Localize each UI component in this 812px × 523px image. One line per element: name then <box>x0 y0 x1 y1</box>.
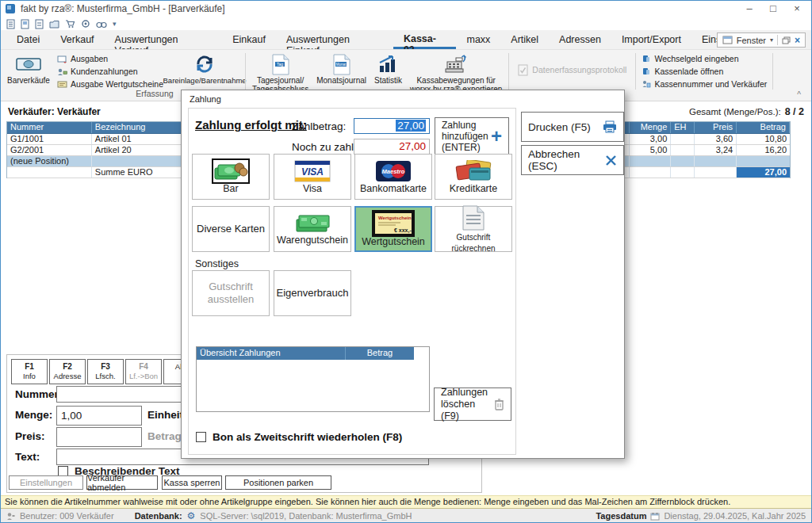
erfassung-stack: Ausgaben Kundenzahlungen Ausgabe Wertgut… <box>54 52 167 91</box>
column-header-nummer[interactable]: Nummer <box>7 122 92 133</box>
cell-betrag: 16,20 <box>737 145 790 155</box>
ausgaben-button[interactable]: Ausgaben <box>57 53 163 64</box>
column-header-menge[interactable]: Menge <box>630 122 671 133</box>
pay-bankomatkarte-button[interactable]: Maestro Bankomatkarte <box>354 154 432 200</box>
fkey-f1-info[interactable]: F1Info <box>11 359 48 384</box>
voucher-icon <box>57 80 67 89</box>
tagesjournal-button[interactable]: Tag Tagesjournal/ Tagesabschluss <box>248 52 312 94</box>
gear-icon: ⚙ <box>187 510 196 521</box>
zahlbetrag-value: 27,00 <box>396 120 426 132</box>
money-out-icon <box>57 55 67 63</box>
positionen-parken-button[interactable]: Positionen parken <box>225 475 331 490</box>
barverkaeufe-button[interactable]: Barverkäufe <box>3 52 54 86</box>
qat-dropdown-icon[interactable]: ▾ <box>113 20 117 28</box>
fenster-button[interactable]: Fenster ▾ × <box>717 32 806 48</box>
cell-preis <box>695 156 737 166</box>
binoculars-icon[interactable] <box>96 20 107 29</box>
fkey-key: F1 <box>12 362 47 372</box>
cancel-x-icon <box>605 155 617 166</box>
pay-kreditkarte-button[interactable]: Kreditkarte <box>435 154 512 200</box>
ausgabe-wertgutscheine-button[interactable]: Ausgabe Wertgutscheine <box>57 78 163 90</box>
kassenlade-button[interactable]: Kassenlade öffnen <box>642 66 767 77</box>
gutschrift-ausstellen-button[interactable]: Gutschrift ausstellen <box>192 270 270 316</box>
overview-column-zahlungen[interactable]: Übersicht Zahlungen <box>197 347 346 360</box>
abbrechen-label: Abbrechen (ESC) <box>528 148 605 172</box>
pay-wertgutschein-button[interactable]: Wertgutschein€ xxx,- Wertgutschein <box>354 206 432 252</box>
zahlung-hinzufuegen-button[interactable]: Zahlung hinzufügen (ENTER) + <box>435 117 509 155</box>
eigenverbrauch-button[interactable]: Eigenverbrauch <box>274 270 351 316</box>
pay-warengutschein-button[interactable]: Warengutschein <box>274 206 351 252</box>
pay-bar-button[interactable]: Bar <box>192 154 270 200</box>
ribbon-collapse-icon[interactable]: ^ <box>797 90 801 99</box>
document-icon[interactable] <box>6 19 15 29</box>
restore-window-icon[interactable] <box>782 36 791 44</box>
noch-zu-zahlen-input[interactable]: 27,00 <box>354 139 430 155</box>
pay-diverse-karten-button[interactable]: Diverse Karten <box>192 206 270 252</box>
maximize-button[interactable]: □ <box>761 0 785 17</box>
wechselgeld-button[interactable]: Wechselgeld eingeben <box>642 53 767 64</box>
einstellungen-button[interactable]: Einstellungen <box>9 475 83 490</box>
cell-eh <box>671 145 695 155</box>
menu-item-kassa-02[interactable]: Kassa-02 <box>393 30 457 49</box>
folder-icon[interactable] <box>49 20 59 29</box>
menu-item-import-export[interactable]: Import/Export <box>611 30 691 49</box>
menge-input[interactable]: 1,00 <box>56 406 142 426</box>
zahlung-hinzufuegen-label: Zahlung hinzufügen (ENTER) <box>442 120 491 153</box>
kassa-sperren-button[interactable]: Kassa sperren <box>162 475 222 490</box>
zahlbetrag-input[interactable]: 27,00 <box>354 118 430 134</box>
fkey-f4-lf-bon[interactable]: F4Lf.->Bon <box>125 359 162 384</box>
monatsjournal-button[interactable]: Monat Monatsjournal <box>312 52 370 86</box>
status-user: Benutzer: 009 Verkäufer <box>20 511 114 521</box>
banknote-icon <box>16 52 41 76</box>
menu-item-verkauf[interactable]: Verkauf <box>50 30 104 49</box>
cell-eh <box>671 134 695 144</box>
close-button[interactable]: × <box>785 0 809 17</box>
minimize-button[interactable]: – <box>737 0 761 17</box>
menu-item-auswertungen-einkauf[interactable]: Auswertungen Einkauf <box>276 30 393 49</box>
kundenzahlungen-label: Kundenzahlungen <box>71 67 138 76</box>
monatsjournal-label: Monatsjournal <box>316 76 366 85</box>
fkey-key: F3 <box>88 362 123 372</box>
drucken-button[interactable]: Drucken (F5) <box>521 112 624 142</box>
svg-text:VISA: VISA <box>301 166 324 177</box>
fkey-f2-adresse[interactable]: F2Adresse <box>49 359 86 384</box>
fkey-f3-lfsch[interactable]: F3Lfsch. <box>87 359 124 384</box>
customer-payment-icon <box>57 67 67 76</box>
close-window-icon[interactable]: × <box>795 35 800 46</box>
menu-item-maxx[interactable]: maxx <box>456 30 500 49</box>
window-title: fakt by rza®: Musterfirma_GmbH - [Barver… <box>21 3 225 14</box>
overview-column-betrag[interactable]: Betrag <box>346 347 414 360</box>
column-header-preis[interactable]: Preis <box>695 122 737 133</box>
cell-preis: 3,24 <box>695 145 737 155</box>
menu-item-adressen[interactable]: Adressen <box>549 30 611 49</box>
credit-cards-icon <box>455 160 492 182</box>
zahlungen-loeschen-button[interactable]: Zahlungen löschen (F9) <box>434 387 511 421</box>
bareinlage-button[interactable]: Bareinlage/Barentnahme <box>167 52 243 86</box>
menu-item-datei[interactable]: Datei <box>6 30 50 49</box>
column-header-betrag[interactable]: Betrag <box>737 122 790 133</box>
preis-input[interactable] <box>56 427 142 447</box>
datenerfassungsprotokoll-label: Datenerfassungsprotokoll <box>532 65 626 74</box>
bon-zweitschrift-checkbox[interactable]: Bon als Zweitschrift wiederholen (F8) <box>196 431 402 443</box>
column-header-eh[interactable]: EH <box>671 122 695 133</box>
abbrechen-button[interactable]: Abbrechen (ESC) <box>521 145 624 175</box>
menu-item-einkauf[interactable]: Einkauf <box>222 30 276 49</box>
pay-gutschrift-rueckrechnen-button[interactable]: Gutschrift rückrechnen <box>435 206 512 252</box>
goods-voucher-icon <box>294 213 331 234</box>
document-icon[interactable] <box>35 19 44 29</box>
status-date-label: Tagesdatum <box>596 511 646 521</box>
status-database-value: SQL-Server: \sql2019, Datenbank: Musterf… <box>200 511 412 521</box>
quick-access-toolbar: ▾ <box>3 17 117 30</box>
kundenzahlungen-button[interactable]: Kundenzahlungen <box>57 66 163 77</box>
gear-icon[interactable] <box>81 19 90 29</box>
cart-icon[interactable] <box>65 19 75 29</box>
document-icon[interactable] <box>21 19 29 29</box>
kassennummer-button[interactable]: Kassennummer und Verkäufer <box>642 78 767 90</box>
menu-item-auswertungen-verkauf[interactable]: Auswertungen Verkauf <box>105 30 223 49</box>
zahlung-dialog: Zahlung Zahlung erfolgt mit: Zahlbetrag:… <box>181 90 625 459</box>
menu-item-artikel[interactable]: Artikel <box>500 30 549 49</box>
pay-visa-button[interactable]: VISA Visa <box>274 154 351 200</box>
statistik-button[interactable]: Statistik <box>370 52 406 86</box>
verkaeufer-abmelden-button[interactable]: Verkäufer abmelden <box>86 475 158 490</box>
kassabewegungen-button[interactable]: Kassabewegungen für worxx by rza® export… <box>406 52 506 94</box>
